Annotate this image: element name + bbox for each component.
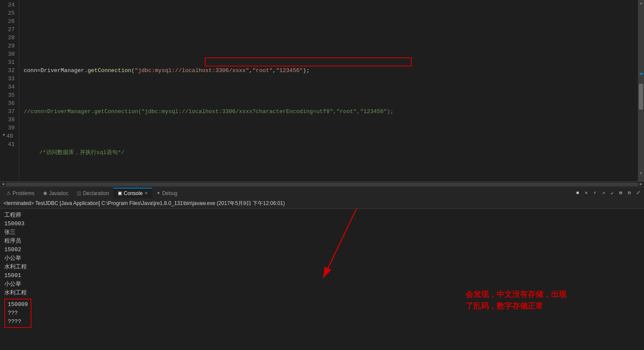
error-output-box: 150009 ??? ????	[4, 299, 31, 328]
console-line-13: ????	[8, 318, 28, 326]
tab-toolbar: ■ ✕ ⚡ ↗ ↙ ⊞ ⊟ ⤢	[574, 189, 644, 197]
code-line-24	[24, 25, 638, 34]
tab-console-label: Console	[124, 190, 143, 196]
problems-icon: ⚠	[6, 190, 11, 196]
console-line-11: 150009	[8, 300, 28, 309]
declaration-icon: ◫	[77, 190, 81, 196]
annotation-line2: 了乱码，数字存储正常	[466, 300, 566, 312]
tool5-btn[interactable]: ⊟	[625, 189, 633, 197]
console-line-3: 张三	[4, 228, 640, 237]
line-numbers: 24 25 26 27 28 29 30 31 32 33 34 35 36 3…	[0, 0, 19, 181]
tab-javadoc-label: Javadoc	[49, 190, 69, 196]
console-line-9: 小公举	[4, 280, 640, 289]
horizontal-scrollbar[interactable]: ◀ ▶	[0, 181, 644, 186]
console-line-5: 15002	[4, 246, 640, 254]
tab-problems-label: Problems	[13, 190, 34, 196]
tool2-btn[interactable]: ↗	[600, 189, 607, 197]
tab-debug[interactable]: ✦ Debug	[152, 188, 181, 198]
console-status-bar: <terminated> TestJDBC [Java Application]…	[0, 199, 644, 209]
tool1-btn[interactable]: ⚡	[591, 189, 599, 197]
scroll-thumb[interactable]	[639, 84, 643, 110]
stop-btn[interactable]: ■	[574, 189, 581, 197]
console-line-7: 水利工程	[4, 263, 640, 271]
code-line-26: //conn=DriverManager.getConnection("jdbc…	[24, 107, 638, 116]
debug-icon: ✦	[156, 190, 160, 196]
tab-console[interactable]: ▣ Console ✕	[113, 188, 152, 198]
bottom-panel: ⚠ Problems ◉ Javadoc ◫ Declaration ▣ Con…	[0, 186, 644, 347]
console-line-10: 水利工程	[4, 289, 640, 297]
tool3-btn[interactable]: ↙	[608, 189, 616, 197]
console-line-4: 程序员	[4, 237, 640, 246]
console-output[interactable]: 工程师 150003 张三 程序员 15002 小公举 水利工程 15001 小…	[0, 209, 644, 347]
tab-debug-label: Debug	[162, 190, 177, 196]
tab-declaration-label: Declaration	[83, 190, 109, 196]
console-line-1: 工程师	[4, 211, 640, 220]
code-line-25: conn=DriverManager.getConnection("jdbc:m…	[24, 66, 638, 75]
main-container: 24 25 26 27 28 29 30 31 32 33 34 35 36 3…	[0, 0, 644, 350]
console-line-8: 15001	[4, 271, 640, 280]
scroll-down-btn[interactable]: ▼	[638, 170, 644, 176]
console-line-2: 150003	[4, 220, 640, 228]
h-scroll-track	[6, 183, 638, 186]
code-lines: conn=DriverManager.getConnection("jdbc:m…	[19, 0, 638, 181]
console-header-text: <terminated> TestJDBC [Java Application]…	[3, 200, 285, 206]
tool4-btn[interactable]: ⊞	[617, 189, 625, 197]
console-line-6: 小公举	[4, 254, 640, 263]
tab-bar: ⚠ Problems ◉ Javadoc ◫ Declaration ▣ Con…	[0, 186, 644, 199]
tab-problems[interactable]: ⚠ Problems	[2, 188, 39, 198]
vertical-scrollbar[interactable]: ▲ ▼	[638, 0, 644, 181]
close-btn[interactable]: ✕	[582, 189, 590, 197]
javadoc-icon: ◉	[43, 190, 47, 196]
tool6-btn[interactable]: ⤢	[634, 189, 642, 197]
tab-declaration[interactable]: ◫ Declaration	[72, 188, 113, 198]
code-line-27: /*访问数据库，并执行sql语句*/	[24, 148, 638, 157]
code-editor: 24 25 26 27 28 29 30 31 32 33 34 35 36 3…	[0, 0, 644, 181]
console-icon: ▣	[118, 190, 122, 196]
scroll-up-btn[interactable]: ▲	[638, 0, 644, 6]
console-tab-marker: ✕	[144, 191, 148, 195]
tab-javadoc[interactable]: ◉ Javadoc	[39, 188, 73, 198]
console-line-12: ???	[8, 309, 28, 318]
